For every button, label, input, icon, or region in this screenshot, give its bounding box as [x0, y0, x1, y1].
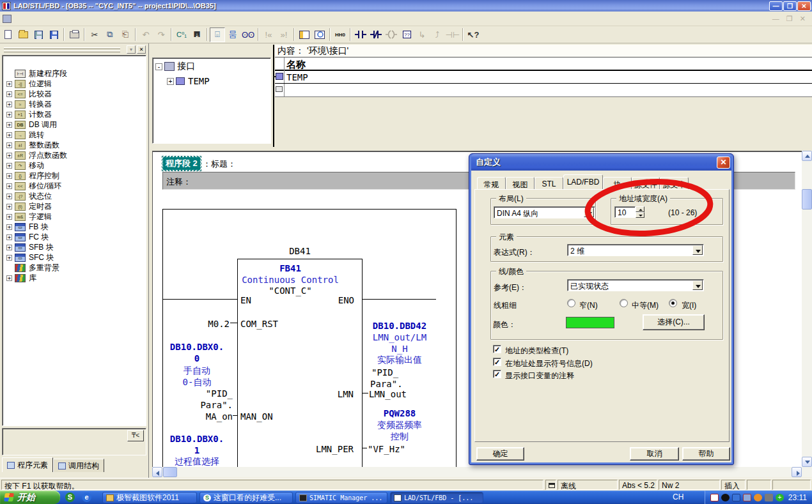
dropdown-arrow-icon[interactable] — [692, 245, 703, 255]
expand-icon[interactable]: + — [6, 153, 12, 158]
expand-icon[interactable]: + — [6, 183, 12, 189]
menu-item[interactable] — [17, 15, 26, 24]
scroll-left-icon[interactable] — [152, 467, 162, 477]
coil-icon[interactable] — [384, 27, 399, 42]
address-width-input[interactable]: 10 — [614, 206, 636, 218]
expand-icon[interactable]: + — [6, 275, 12, 281]
redo-icon[interactable]: ↷ — [153, 27, 169, 42]
tree-item[interactable]: + ▤ 多重背景 — [6, 263, 146, 273]
color-swatch[interactable] — [566, 317, 614, 328]
tee-branch-icon[interactable]: ⊣⊢ — [445, 27, 460, 42]
call-structure-icon[interactable]: C⁰₁ — [174, 27, 189, 42]
dialog-close-icon[interactable]: ✕ — [717, 157, 730, 169]
radio-medium[interactable] — [620, 299, 628, 307]
operand-lmn-out[interactable]: LMN_out — [369, 389, 407, 400]
open-icon[interactable] — [15, 27, 31, 42]
expand-icon[interactable]: + — [6, 245, 12, 250]
tree-item[interactable]: + DB DB 调用 — [6, 119, 146, 130]
tab-view[interactable]: 视图 — [506, 177, 535, 190]
operand-db10-dbx0-0[interactable]: DB10.DBX0. — [161, 342, 233, 353]
save-network-icon[interactable] — [31, 27, 46, 42]
menu-item[interactable] — [88, 15, 97, 24]
task-browser[interactable]: S这窗口看的好难受... — [199, 492, 293, 503]
task-simatic-manager[interactable]: SIMATIC Manager ... — [295, 492, 387, 503]
download-icon[interactable]: 🖪 — [189, 27, 205, 42]
cut-icon[interactable]: ✂ — [87, 27, 102, 42]
expand-icon[interactable]: + — [6, 91, 12, 97]
expand-icon[interactable]: + — [6, 194, 12, 199]
monitor-toggle-icon[interactable]: 뭄 — [225, 27, 240, 42]
tree-item[interactable]: + << 移位/循环 — [6, 181, 146, 191]
overview-toggle-icon[interactable] — [297, 27, 312, 42]
prev-error-icon[interactable]: !« — [261, 27, 276, 42]
nc-contact-icon[interactable] — [368, 27, 384, 42]
menu-item[interactable] — [35, 15, 43, 24]
tree-item[interactable]: + ▭ SFB 块 — [6, 242, 146, 252]
tray-no-network-icon[interactable] — [743, 494, 751, 501]
tray-arrow-icon[interactable] — [765, 494, 773, 501]
expand-icon[interactable]: + — [6, 102, 12, 107]
tab-program-elements[interactable]: 程序元素 — [2, 457, 53, 472]
table-row-temp[interactable]: TEMP — [275, 71, 812, 84]
mdi-window-controls[interactable]: — ❐ ✕ — [772, 15, 808, 23]
tree-item[interactable]: + {} 程序控制 — [6, 171, 146, 181]
tree-item[interactable]: + ▭ FC 块 — [6, 232, 146, 242]
address-width-spinner[interactable] — [636, 206, 644, 218]
operand-m02[interactable]: M0.2 — [190, 319, 230, 330]
dialog-titlebar[interactable]: 自定义 — [471, 154, 731, 171]
minimize-button[interactable]: — — [769, 1, 783, 11]
scroll-up-icon[interactable] — [802, 151, 812, 161]
quicklaunch-ie-icon[interactable]: e — [82, 493, 91, 502]
operand-db10-dbd42[interactable]: DB10.DBD42 — [370, 321, 429, 332]
mdi-child-icon[interactable] — [3, 15, 12, 23]
expand-icon[interactable]: + — [6, 142, 12, 148]
interface-root-label[interactable]: 接口 — [177, 61, 195, 72]
task-lad-stl-fbd[interactable]: LAD/STL/FBD - [... — [390, 492, 483, 503]
menu-item[interactable] — [79, 15, 88, 24]
menu-item[interactable] — [61, 15, 70, 24]
panel-pin-icon[interactable]: ▾ — [127, 45, 136, 54]
expand-icon[interactable]: + — [6, 112, 12, 118]
tab-general[interactable]: 常规 — [477, 177, 506, 190]
expand-icon[interactable]: + — [6, 255, 12, 261]
instance-db-operand[interactable]: DB41 — [237, 246, 363, 257]
operand-db10-dbx0-1[interactable]: DB10.DBX0. — [161, 434, 233, 445]
help-select-icon[interactable]: ↖? — [465, 27, 481, 42]
expand-icon[interactable]: + — [6, 224, 12, 230]
cancel-button[interactable]: 取消 — [630, 447, 679, 461]
tree-item[interactable]: + ⊦⊣ 新建程序段 — [6, 68, 146, 79]
radio-wide[interactable] — [669, 299, 677, 307]
tab-source-text[interactable]: 源文本 — [660, 177, 689, 190]
tree-item[interactable]: + ↷ 移动 — [6, 160, 146, 171]
tree-item[interactable]: + → 跳转 — [6, 130, 146, 140]
menu-item[interactable] — [52, 15, 61, 24]
restore-button[interactable]: ❐ — [783, 1, 797, 11]
task-screenshot-app[interactable]: 极智截图软件2011 — [102, 492, 197, 503]
tray-license-icon[interactable] — [710, 494, 719, 501]
tree-item[interactable]: + ±I 整数函数 — [6, 140, 146, 150]
dropdown-arrow-icon[interactable] — [692, 280, 703, 290]
tab-source-file[interactable]: 源文件 — [632, 177, 660, 190]
menu-item[interactable] — [43, 15, 52, 24]
tree-item[interactable]: + w& 字逻辑 — [6, 211, 146, 222]
scroll-right-icon[interactable] — [792, 467, 802, 477]
expand-icon[interactable]: + — [6, 234, 12, 240]
no-contact-icon[interactable] — [353, 27, 368, 42]
quicklaunch-360-icon[interactable]: S — [65, 493, 75, 502]
tree-item[interactable]: + +1 计数器 — [6, 109, 146, 119]
open-branch-icon[interactable]: ↳ — [414, 27, 430, 42]
tree-item[interactable]: + <= 比较器 — [6, 89, 146, 99]
collapse-icon[interactable]: - — [155, 63, 162, 70]
checkbox-symbol-info[interactable]: ✓ — [493, 358, 501, 366]
spin-up-icon[interactable] — [636, 206, 644, 212]
tree-item[interactable]: + ±R 浮点数函数 — [6, 150, 146, 160]
tree-item[interactable]: + ▭ SFC 块 — [6, 252, 146, 263]
network-title[interactable]: ：标题： — [203, 158, 236, 170]
tree-item[interactable]: + -|| 位逻辑 — [6, 79, 146, 89]
tree-item[interactable]: + ▤ 库 — [6, 273, 146, 283]
name-column-header[interactable]: 名称 — [286, 59, 306, 71]
tray-shield-icon[interactable]: + — [776, 494, 784, 501]
network-label[interactable]: 程序段 2 — [162, 157, 201, 171]
tree-item[interactable]: + -|? 状态位 — [6, 191, 146, 201]
expand-icon[interactable]: + — [6, 81, 12, 87]
